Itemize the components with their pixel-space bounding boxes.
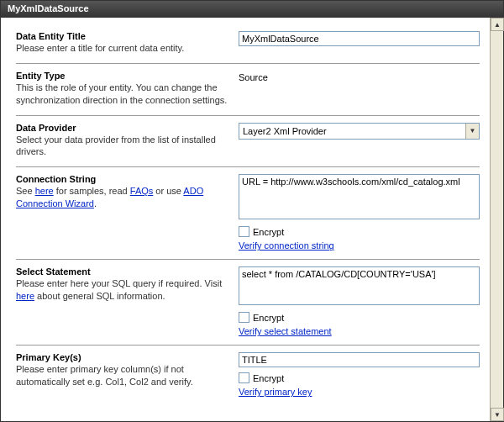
help-connection: See here for samples, read FAQs or use A… bbox=[16, 185, 230, 210]
section-data-provider: Data Provider Select your data provider … bbox=[16, 116, 480, 168]
vertical-scrollbar[interactable]: ▲ ▼ bbox=[490, 18, 503, 421]
help-pk: Please enter primary key column(s) if no… bbox=[16, 363, 230, 388]
select-statement-input[interactable] bbox=[239, 266, 480, 305]
help-select-text2: about general SQL information. bbox=[34, 291, 165, 301]
help-connection-text: See bbox=[16, 186, 35, 196]
encrypt-connection-label: Encrypt bbox=[253, 227, 284, 237]
window-title: MyXmlDataSource bbox=[8, 3, 89, 13]
encrypt-pk-label: Encrypt bbox=[253, 373, 284, 383]
chevron-down-icon[interactable]: ▼ bbox=[465, 124, 479, 139]
content-area: Data Entity Title Please enter a title f… bbox=[1, 18, 490, 421]
encrypt-select-checkbox[interactable] bbox=[239, 312, 249, 323]
connection-string-input[interactable] bbox=[239, 174, 480, 219]
heading-pk: Primary Key(s) bbox=[16, 352, 230, 362]
encrypt-pk-checkbox[interactable] bbox=[239, 372, 249, 383]
scroll-up-icon[interactable]: ▲ bbox=[491, 18, 504, 31]
section-select-statement: Select Statement Please enter here your … bbox=[16, 260, 480, 346]
verify-connection-link[interactable]: Verify connection string bbox=[239, 240, 334, 251]
heading-select: Select Statement bbox=[16, 266, 230, 277]
heading-connection: Connection String bbox=[16, 174, 230, 184]
scroll-down-icon[interactable]: ▼ bbox=[491, 408, 504, 421]
body: Data Entity Title Please enter a title f… bbox=[1, 18, 503, 421]
section-entity-type: Entity Type This is the role of your ent… bbox=[16, 64, 480, 116]
help-title: Please enter a title for current data en… bbox=[16, 42, 230, 55]
link-faqs[interactable]: FAQs bbox=[130, 186, 154, 196]
encrypt-select-label: Encrypt bbox=[253, 313, 284, 323]
title-input[interactable] bbox=[239, 31, 480, 46]
link-sql-here[interactable]: here bbox=[16, 291, 34, 301]
heading-title: Data Entity Title bbox=[16, 31, 230, 41]
help-connection-text3: or use bbox=[153, 186, 183, 196]
help-provider: Select your data provider from the list … bbox=[16, 134, 230, 159]
section-primary-key: Primary Key(s) Please enter primary key … bbox=[16, 346, 480, 405]
entity-type-value: Source bbox=[239, 72, 268, 82]
encrypt-connection-checkbox[interactable] bbox=[239, 226, 249, 237]
heading-provider: Data Provider bbox=[16, 123, 230, 133]
heading-entity-type: Entity Type bbox=[16, 71, 230, 81]
link-samples-here[interactable]: here bbox=[35, 186, 54, 196]
help-connection-text2: for samples, read bbox=[54, 186, 130, 196]
provider-selected-value: Layer2 Xml Provider bbox=[243, 126, 327, 136]
titlebar: MyXmlDataSource bbox=[1, 1, 503, 18]
section-connection-string: Connection String See here for samples, … bbox=[16, 167, 480, 260]
help-select-text: Please enter here your SQL query if requ… bbox=[16, 278, 222, 288]
help-select: Please enter here your SQL query if requ… bbox=[16, 277, 230, 303]
primary-key-input[interactable] bbox=[239, 352, 480, 367]
help-entity-type: This is the role of your entity. You can… bbox=[16, 82, 230, 107]
section-data-entity-title: Data Entity Title Please enter a title f… bbox=[16, 26, 480, 64]
dialog-window: MyXmlDataSource Data Entity Title Please… bbox=[0, 0, 504, 422]
help-connection-text4: . bbox=[94, 198, 97, 208]
provider-select[interactable]: Layer2 Xml Provider ▼ bbox=[239, 123, 480, 140]
verify-select-link[interactable]: Verify select statement bbox=[239, 326, 332, 336]
verify-pk-link[interactable]: Verify primary key bbox=[239, 387, 312, 397]
